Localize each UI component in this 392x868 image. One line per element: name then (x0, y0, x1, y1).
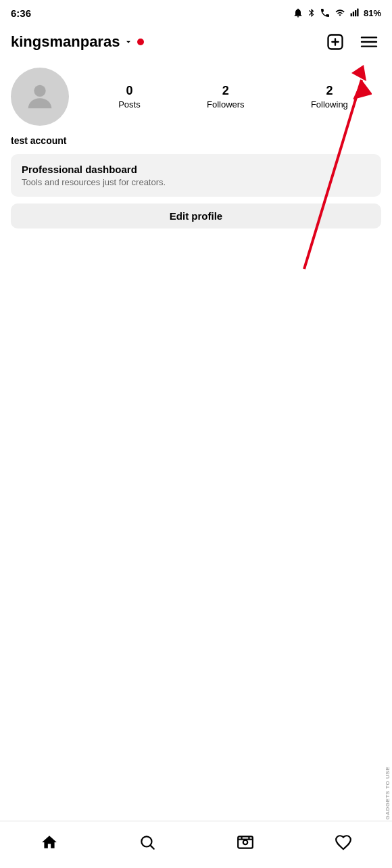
edit-profile-button[interactable]: Edit profile (11, 203, 381, 228)
svg-rect-1 (353, 11, 354, 16)
plus-square-icon (326, 32, 345, 51)
home-icon (41, 834, 58, 851)
signal-icon (349, 8, 360, 18)
bottom-nav-search[interactable] (98, 821, 196, 863)
username-area[interactable]: kingsmanparas (11, 33, 144, 51)
posts-label: Posts (118, 99, 141, 110)
followers-stat[interactable]: 2 Followers (207, 84, 245, 110)
svg-point-7 (34, 85, 45, 97)
top-nav: kingsmanparas (0, 24, 392, 59)
reels-icon (237, 834, 254, 851)
avatar-person-icon (22, 79, 57, 114)
profile-info-row: 0 Posts 2 Followers 2 Following (11, 68, 381, 126)
stats-row: 0 Posts 2 Followers 2 Following (85, 84, 381, 110)
svg-rect-3 (357, 9, 358, 17)
heart-icon (335, 834, 352, 851)
svg-rect-0 (351, 14, 352, 17)
bluetooth-icon (307, 8, 316, 18)
profile-section: 0 Posts 2 Followers 2 Following test acc… (0, 59, 392, 234)
following-label: Following (311, 99, 348, 110)
chevron-down-icon (124, 37, 133, 47)
status-time: 6:36 (11, 7, 31, 19)
followers-label: Followers (207, 99, 245, 110)
online-status-dot (137, 39, 144, 45)
watermark: GADGETS TO USE (385, 767, 391, 819)
bottom-nav-reels[interactable] (196, 821, 294, 863)
posts-stat[interactable]: 0 Posts (118, 84, 141, 110)
status-bar: 6:36 81% (0, 0, 392, 24)
svg-point-10 (243, 840, 247, 844)
menu-button[interactable] (357, 32, 381, 52)
svg-rect-2 (355, 10, 356, 16)
nav-actions (323, 30, 381, 54)
bottom-nav (0, 821, 392, 868)
followers-count: 2 (222, 84, 229, 98)
profile-display-name: test account (11, 135, 381, 146)
username-text: kingsmanparas (11, 33, 120, 51)
battery-level: 81% (364, 8, 381, 18)
hamburger-icon (360, 34, 378, 49)
search-icon (139, 834, 156, 851)
following-stat[interactable]: 2 Following (311, 84, 348, 110)
avatar (11, 68, 69, 126)
phone-icon (320, 7, 330, 18)
professional-dashboard-card[interactable]: Professional dashboard Tools and resourc… (11, 154, 381, 197)
bottom-nav-likes[interactable] (294, 821, 392, 863)
alarm-icon (293, 7, 303, 18)
pro-dashboard-title: Professional dashboard (22, 164, 370, 175)
following-count: 2 (326, 84, 333, 98)
wifi-icon (334, 8, 346, 18)
bottom-nav-home[interactable] (0, 821, 98, 863)
new-post-button[interactable] (323, 30, 347, 54)
pro-dashboard-subtitle: Tools and resources just for creators. (22, 177, 370, 187)
svg-rect-9 (238, 836, 253, 848)
status-icons: 81% (293, 7, 381, 18)
posts-count: 0 (126, 84, 132, 98)
